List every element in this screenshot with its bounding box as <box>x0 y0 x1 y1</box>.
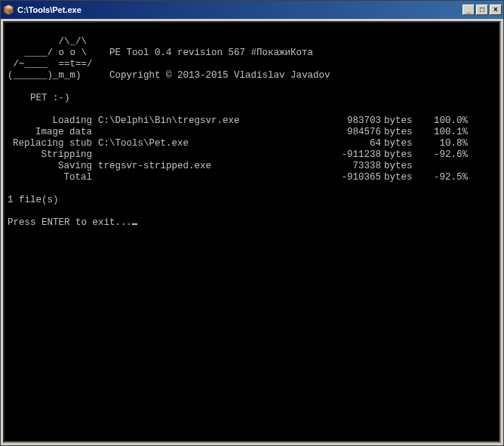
row-bytes: 64 <box>294 138 381 149</box>
row-bytes: 73338 <box>294 161 381 172</box>
row-bytes: 984576 <box>294 127 381 138</box>
row-label: Image data <box>8 127 98 138</box>
bytes-label: bytes <box>381 127 419 138</box>
pet-label: PET :-) <box>8 93 70 103</box>
row-path <box>98 127 294 138</box>
row-bytes: 983703 <box>294 115 381 127</box>
bytes-label: bytes <box>381 115 419 127</box>
bytes-label: bytes <box>381 138 419 149</box>
bytes-label: bytes <box>381 161 419 172</box>
console-window: 📦 C:\Tools\Pet.exe _ □ × /\_/\ ____/ o o… <box>0 0 504 446</box>
row-pct: 100.1% <box>419 127 468 138</box>
app-icon: 📦 <box>2 4 14 16</box>
window-frame: /\_/\ ____/ o o \ PE Tool 0.4 revision 5… <box>1 19 503 445</box>
titlebar-buttons: _ □ × <box>463 5 502 15</box>
maximize-button[interactable]: □ <box>476 5 488 15</box>
row-label: Loading <box>8 115 98 127</box>
console-output[interactable]: /\_/\ ____/ o o \ PE Tool 0.4 revision 5… <box>3 21 501 443</box>
row-path: C:\Tools\Pet.exe <box>98 138 294 149</box>
table-row: Stripping-911238bytes-92.6% <box>8 149 496 161</box>
ascii-art-line: ____/ o o \ <box>8 48 87 58</box>
ascii-art-line: /\_/\ <box>8 36 87 47</box>
row-path <box>98 172 294 183</box>
row-pct: -92.5% <box>419 172 468 183</box>
row-label: Replacing stub <box>8 138 98 149</box>
tool-header: PE Tool 0.4 revision 567 #ПокажиКота <box>109 48 313 58</box>
minimize-button[interactable]: _ <box>463 5 475 15</box>
bytes-label: bytes <box>381 172 419 183</box>
table-row: Replacing stubC:\Tools\Pet.exe64bytes10.… <box>8 138 496 149</box>
table-row: Total-910365bytes-92.5% <box>8 172 496 183</box>
titlebar[interactable]: 📦 C:\Tools\Pet.exe _ □ × <box>1 1 503 19</box>
window-title: C:\Tools\Pet.exe <box>17 5 463 14</box>
row-pct: -92.6% <box>419 149 468 161</box>
cursor-icon <box>132 223 137 225</box>
bytes-label: bytes <box>381 149 419 161</box>
ascii-art-line: /~____ ==t==/ <box>8 59 93 69</box>
table-row: Image data984576bytes100.1% <box>8 127 496 138</box>
close-button[interactable]: × <box>490 5 502 15</box>
table-row: Savingtregsvr-stripped.exe73338bytes <box>8 161 496 172</box>
row-path: C:\Delphi\Bin\tregsvr.exe <box>98 115 294 127</box>
copyright-text: Copyright © 2013-2015 Vladislav Javadov <box>109 70 330 81</box>
row-path <box>98 149 294 161</box>
table-row: LoadingC:\Delphi\Bin\tregsvr.exe983703by… <box>8 115 496 127</box>
row-pct: 10.8% <box>419 138 468 149</box>
row-bytes: -910365 <box>294 172 381 183</box>
file-count: 1 file(s) <box>8 195 59 205</box>
row-pct: 100.0% <box>419 115 468 127</box>
row-path: tregsvr-stripped.exe <box>98 161 294 172</box>
exit-prompt: Press ENTER to exit... <box>8 217 132 228</box>
row-label: Total <box>8 172 98 183</box>
ascii-art-line: (______)_m_m) <box>8 70 81 81</box>
row-bytes: -911238 <box>294 149 381 161</box>
row-pct <box>419 161 468 172</box>
row-label: Stripping <box>8 149 98 161</box>
row-label: Saving <box>8 161 98 172</box>
